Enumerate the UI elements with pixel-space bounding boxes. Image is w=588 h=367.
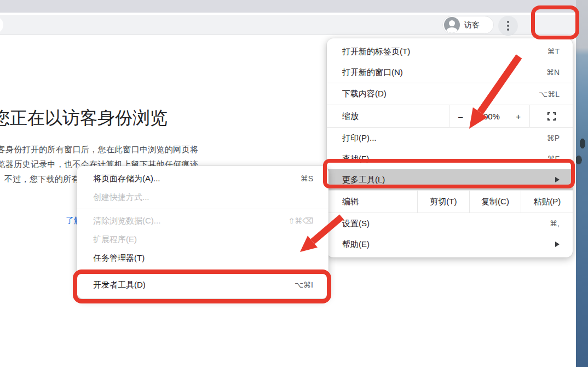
submenu-arrow-icon (555, 242, 560, 247)
browser-main-menu: 打开新的标签页(T) ⌘T 打开新的窗口(N) ⌘N 下载内容(D) ⌥⌘L 缩… (327, 38, 573, 257)
submenu-item-create-shortcut: 创建快捷方式... (77, 188, 328, 207)
shortcut-label: ⌘T (547, 47, 560, 56)
menu-divider (77, 209, 328, 209)
omnibox-fragment (0, 16, 3, 33)
guest-avatar-icon (444, 17, 460, 33)
submenu-item-task-manager[interactable]: 任务管理器(T) (77, 249, 328, 267)
zoom-label: 缩放 (327, 105, 449, 127)
menu-item-new-window[interactable]: 打开新的窗口(N) ⌘N (327, 62, 573, 83)
menu-item-new-tab[interactable]: 打开新的标签页(T) ⌘T (327, 41, 573, 62)
menu-item-help[interactable]: 帮助(E) (327, 234, 573, 255)
fullscreen-icon (547, 112, 556, 121)
shortcut-label: ⌘S (301, 174, 313, 183)
zoom-out-button[interactable]: – (458, 112, 463, 121)
kebab-menu-icon[interactable] (498, 16, 518, 36)
menu-item-zoom: 缩放 – 100% + (327, 105, 573, 127)
annotation-box-menu-button (531, 5, 579, 39)
desktop-wallpaper-strip (576, 0, 588, 367)
menu-item-downloads[interactable]: 下载内容(D) ⌥⌘L (327, 83, 573, 105)
submenu-item-clear-browsing-data: 清除浏览数据(C)... ⇧⌘⌫ (77, 211, 328, 230)
annotation-box-more-tools (323, 159, 575, 188)
submenu-item-extensions: 扩展程序(E) (77, 230, 328, 249)
submenu-item-save-page-as[interactable]: 将页面存储为(A)... ⌘S (77, 169, 328, 188)
shortcut-label: ⌘N (546, 68, 560, 77)
edit-label: 编辑 (327, 191, 417, 213)
guest-page-title: 您正在以访客身份浏览 (0, 106, 168, 130)
guest-page-body-line: 在您退出以访客身份打开的所有窗口后，您在此窗口中浏览的网页将 (0, 145, 198, 155)
zoom-in-button[interactable]: + (516, 112, 521, 121)
guest-profile-chip[interactable]: 访客 (442, 16, 494, 34)
menu-item-print[interactable]: 打印(P)... ⌘P (327, 128, 573, 148)
shortcut-label: ⌥⌘L (539, 90, 560, 99)
tab-strip (0, 0, 576, 13)
zoom-controls: – 100% + (449, 105, 530, 127)
menu-item-edit: 编辑 剪切(T) 复制(C) 粘贴(P) (327, 191, 573, 213)
edit-copy-button[interactable]: 复制(C) (469, 191, 521, 213)
annotation-box-developer-tools (73, 269, 331, 303)
zoom-value: 100% (479, 112, 500, 121)
fullscreen-button[interactable] (530, 105, 573, 127)
edit-cut-button[interactable]: 剪切(T) (417, 191, 469, 213)
menu-item-settings[interactable]: 设置(S) ⌘, (327, 213, 573, 234)
edit-paste-button[interactable]: 粘贴(P) (521, 191, 573, 213)
shortcut-label: ⇧⌘⌫ (288, 216, 313, 225)
browser-toolbar: 访客 (0, 15, 576, 35)
screenshot-stage: 访客 您正在以访客身份浏览 在您退出以访客身份打开的所有窗口后，您在此窗口中浏览… (0, 0, 588, 367)
guest-chip-label: 访客 (464, 20, 480, 30)
shortcut-label: ⌘P (547, 134, 560, 142)
shortcut-label: ⌘, (550, 219, 560, 228)
